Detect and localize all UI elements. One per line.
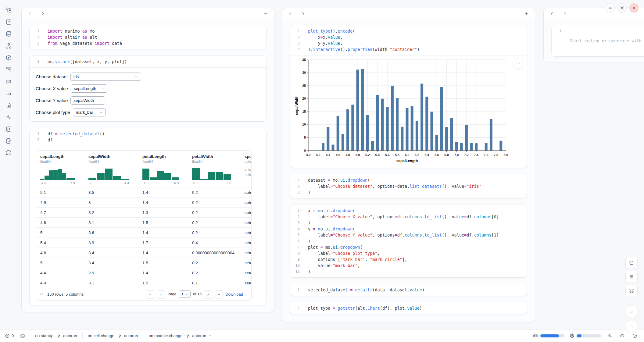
runtime-config-1[interactable]: on startup:autorun — [31, 333, 81, 338]
fold-chevron-icon[interactable] — [300, 208, 304, 214]
column-name: sepalWidth — [88, 154, 142, 159]
dropdown-row: Choose X valuesepalLength — [36, 84, 260, 93]
dropdown-select-choose-dataset[interactable]: iris — [70, 73, 141, 81]
table-cell: setosa — [245, 261, 251, 265]
histogram-bar — [71, 178, 75, 180]
dropdown-select-choose-plot-type[interactable]: mark_bar — [73, 108, 106, 116]
history-forward-button[interactable] — [300, 11, 306, 16]
column-header-sepalLength: sepalLengthfloat644.37.9 — [40, 154, 88, 185]
svg-text:5.0: 5.0 — [356, 153, 360, 157]
table-row: 4.63.11.50.2setosa — [36, 217, 251, 227]
code-editor[interactable]: 12df = selected_dataset()df — [30, 128, 266, 146]
runtime-config-3[interactable]: on module change:autorun — [145, 333, 215, 338]
error-count[interactable]: 0 — [5, 333, 14, 338]
history-back-button[interactable] — [27, 11, 33, 16]
generate-link[interactable]: generate — [609, 38, 629, 43]
sidebar-chat-bot-button[interactable] — [5, 77, 13, 85]
fold-chevron-icon[interactable] — [300, 244, 304, 250]
chevron-down-icon — [245, 293, 248, 296]
sidebar-help-button[interactable]: ? — [5, 149, 13, 157]
svg-text:35: 35 — [302, 58, 306, 62]
add-cell-button[interactable] — [263, 11, 269, 16]
table-cell: 5 — [40, 261, 88, 265]
table-cell: 0.2 — [192, 190, 245, 195]
sidebar-package-button[interactable] — [5, 54, 13, 62]
sidebar-activity-button[interactable] — [5, 113, 13, 121]
status-separator — [143, 333, 143, 339]
code-line: plot_type = getattr(alt.Chart(df), plot.… — [308, 305, 422, 311]
save-button[interactable] — [625, 257, 638, 269]
fold-chevron-icon[interactable] — [300, 177, 304, 183]
close-button[interactable] — [629, 3, 639, 12]
code-editor[interactable]: 123import marimo as moimport altair as a… — [30, 25, 266, 49]
page-select[interactable]: 1 — [179, 290, 191, 298]
max-value: 6.9 — [174, 181, 179, 185]
settings-button[interactable] — [617, 3, 627, 12]
left-panel-body: 123import marimo as moimport altair as a… — [22, 19, 274, 311]
add-cell-button[interactable] — [524, 11, 529, 16]
history-forward-button[interactable] — [40, 11, 45, 16]
table-cell: 3.1 — [88, 281, 142, 285]
table-cell: setosa — [245, 230, 251, 235]
terminal-button[interactable] — [19, 332, 27, 340]
column-meta: unique:nulls: — [245, 167, 251, 177]
fold-chevron-icon[interactable] — [300, 226, 304, 232]
sidebar-file-tree-button[interactable] — [5, 6, 13, 14]
stop-button[interactable] — [625, 305, 638, 318]
sidebar-database-button[interactable] — [5, 30, 13, 38]
column-min-max: 24.4 — [88, 181, 129, 185]
ai-settings-button[interactable] — [606, 332, 614, 340]
dropdown-select-choose-x-value[interactable]: sepalLength — [71, 84, 107, 93]
last-page-button[interactable] — [215, 290, 223, 298]
notebook-action-buttons: ⌘ — [625, 257, 638, 335]
runtime-config-2[interactable]: on cell change:autorun — [84, 333, 142, 338]
table-row: 4.93.11.50.1setosa — [36, 278, 251, 288]
download-button[interactable]: Download — [225, 292, 248, 297]
sidebar-snippets-button[interactable] — [5, 125, 13, 133]
previous-page-button[interactable] — [157, 290, 165, 298]
dropdown-select-choose-y-value[interactable]: sepalWidth — [70, 96, 105, 105]
table-cell: setosa — [245, 251, 251, 255]
chevron-down-icon — [101, 87, 104, 90]
line-number: 1 — [293, 29, 300, 33]
svg-text:6.2: 6.2 — [415, 153, 419, 157]
next-page-button[interactable] — [204, 290, 212, 298]
code-editor[interactable]: 1234plot_type().encode( x=x.value, y=y.v… — [290, 25, 527, 55]
first-page-button[interactable] — [146, 290, 154, 298]
history-back-button[interactable] — [288, 11, 293, 16]
svg-text:8.0: 8.0 — [504, 153, 508, 157]
code-editor[interactable]: 123dataset = mo.ui.dropdown( label="Choo… — [290, 174, 527, 198]
right-panel: 1 Start coding or generate with — [543, 8, 644, 62]
code-line: ) — [308, 269, 499, 275]
history-back-button[interactable] — [549, 11, 555, 16]
line-number: 2 — [33, 138, 39, 142]
layout-toggle-button[interactable] — [625, 271, 638, 283]
sidebar-dependency-graph-button[interactable] — [5, 42, 13, 50]
error-count-value: 0 — [12, 333, 14, 338]
menu-button[interactable] — [606, 3, 615, 12]
table-row: 53.41.50.2setosa — [36, 258, 251, 268]
history-forward-button[interactable] — [562, 11, 567, 16]
svg-text:5.8: 5.8 — [395, 153, 399, 157]
sidebar-document-button[interactable] — [5, 101, 13, 109]
code-editor[interactable]: 1mo.vstack([dataset, x, y, plot]) — [30, 56, 266, 67]
chart-menu-button[interactable] — [513, 59, 523, 69]
line-number-gutter: 12 — [30, 131, 44, 143]
sidebar-scroll-button[interactable] — [5, 66, 13, 73]
search-icon[interactable] — [40, 292, 44, 297]
sidebar-scratchpad-button[interactable] — [5, 137, 13, 145]
keyboard-shortcuts-button[interactable]: ⌘ — [625, 285, 638, 297]
code-editor[interactable]: 1selected_dataset = getattr(data, datase… — [290, 284, 527, 296]
fold-chevron-icon[interactable] — [300, 28, 304, 34]
run-button[interactable] — [625, 320, 638, 333]
code-editor[interactable]: 1234567891011x = mo.ui.dropdown( label="… — [290, 205, 527, 277]
dropdown-label: Choose plot type — [36, 110, 70, 115]
line-number: 1 — [293, 178, 300, 182]
code-editor[interactable]: 1 Start coding or generate with — [552, 25, 644, 56]
sidebar-function-button[interactable]: f — [5, 18, 13, 26]
dataframe-output: sepalLengthfloat644.37.9sepalWidthfloat6… — [30, 146, 266, 305]
code-editor[interactable]: 1plot_type = getattr(alt.Chart(df), plot… — [290, 302, 527, 314]
vstack-output: Choose datasetirisChoose X valuesepalLen… — [30, 68, 266, 121]
pagination: Page1of 15Download — [146, 290, 248, 298]
sidebar-list-search-button[interactable] — [5, 89, 13, 97]
